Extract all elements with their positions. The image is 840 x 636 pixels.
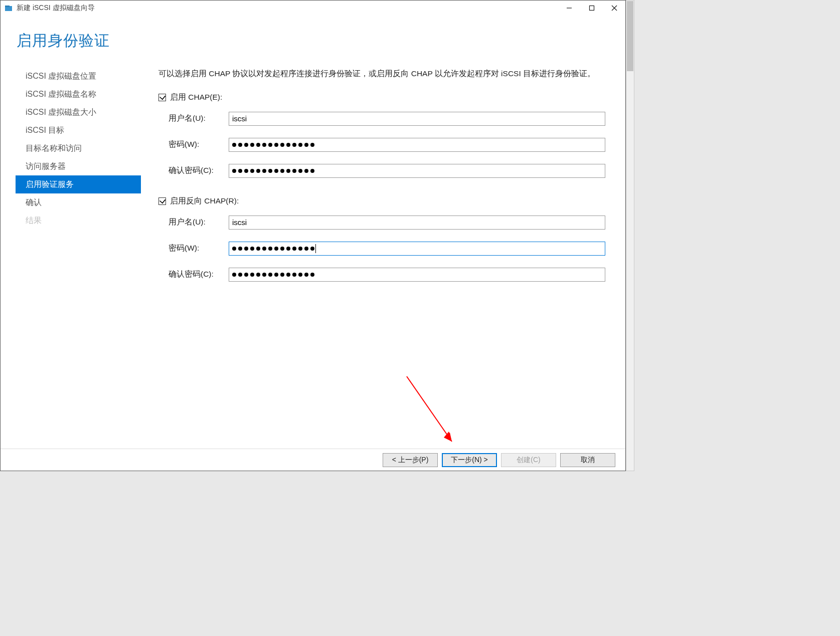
window-title: 新建 iSCSI 虚拟磁盘向导	[17, 4, 95, 13]
svg-rect-4	[589, 6, 594, 11]
page-title: 启用身份验证	[1, 16, 625, 65]
rchap-password-label: 密码(W):	[169, 243, 229, 254]
chap-user-label: 用户名(U):	[169, 113, 229, 124]
button-bar: < 上一步(P) 下一步(N) > 创建(C) 取消	[1, 449, 625, 471]
reverse-chap-section: 启用反向 CHAP(R): 用户名(U): 密码(W): 确认密码(C):	[158, 196, 605, 282]
titlebar: 新建 iSCSI 虚拟磁盘向导	[1, 1, 625, 16]
nav-step-disk-location[interactable]: iSCSI 虚拟磁盘位置	[1, 67, 143, 85]
previous-button[interactable]: < 上一步(P)	[383, 453, 438, 467]
rchap-password-input[interactable]	[229, 242, 605, 256]
rchap-user-input[interactable]	[229, 216, 605, 230]
chap-user-input[interactable]	[229, 112, 605, 126]
page-scrollbar[interactable]	[626, 0, 634, 471]
cancel-button[interactable]: 取消	[560, 453, 615, 467]
app-icon	[4, 3, 14, 13]
chap-password-label: 密码(W):	[169, 139, 229, 150]
intro-text: 可以选择启用 CHAP 协议以对发起程序连接进行身份验证，或启用反向 CHAP …	[158, 67, 605, 80]
enable-reverse-chap-label: 启用反向 CHAP(R):	[170, 196, 239, 206]
maximize-button[interactable]	[580, 1, 603, 16]
rchap-confirm-label: 确认密码(C):	[169, 269, 229, 280]
wizard-steps-nav: iSCSI 虚拟磁盘位置 iSCSI 虚拟磁盘名称 iSCSI 虚拟磁盘大小 i…	[1, 65, 143, 447]
nav-step-access-servers[interactable]: 访问服务器	[1, 157, 143, 175]
nav-step-disk-name[interactable]: iSCSI 虚拟磁盘名称	[1, 85, 143, 103]
wizard-window: 新建 iSCSI 虚拟磁盘向导 启用身份验证 iSCSI 虚拟磁盘位置 iSCS…	[0, 0, 626, 471]
maximize-icon	[589, 5, 595, 11]
form-pane: 可以选择启用 CHAP 协议以对发起程序连接进行身份验证，或启用反向 CHAP …	[143, 65, 625, 447]
minimize-icon	[566, 5, 572, 11]
nav-step-enable-auth[interactable]: 启用验证服务	[16, 175, 141, 193]
chap-password-input[interactable]	[229, 138, 605, 152]
scrollbar-thumb[interactable]	[627, 1, 633, 71]
minimize-button[interactable]	[558, 1, 580, 16]
nav-step-disk-size[interactable]: iSCSI 虚拟磁盘大小	[1, 103, 143, 121]
close-icon	[611, 5, 617, 11]
rchap-confirm-input[interactable]	[229, 268, 605, 282]
enable-chap-label: 启用 CHAP(E):	[170, 92, 222, 103]
create-button: 创建(C)	[501, 453, 556, 467]
chap-confirm-input[interactable]	[229, 164, 605, 178]
enable-chap-checkbox[interactable]	[158, 94, 166, 101]
enable-reverse-chap-checkbox[interactable]	[158, 197, 166, 205]
chap-confirm-label: 确认密码(C):	[169, 165, 229, 176]
chap-section: 启用 CHAP(E): 用户名(U): 密码(W): 确认密码(C):	[158, 92, 605, 178]
nav-step-target-name[interactable]: 目标名称和访问	[1, 139, 143, 157]
rchap-user-label: 用户名(U):	[169, 217, 229, 228]
nav-step-iscsi-target[interactable]: iSCSI 目标	[1, 121, 143, 139]
content: iSCSI 虚拟磁盘位置 iSCSI 虚拟磁盘名称 iSCSI 虚拟磁盘大小 i…	[1, 65, 625, 449]
nav-step-results: 结果	[1, 211, 143, 230]
nav-step-confirm[interactable]: 确认	[1, 193, 143, 211]
close-button[interactable]	[603, 1, 625, 16]
next-button[interactable]: 下一步(N) >	[442, 453, 497, 467]
